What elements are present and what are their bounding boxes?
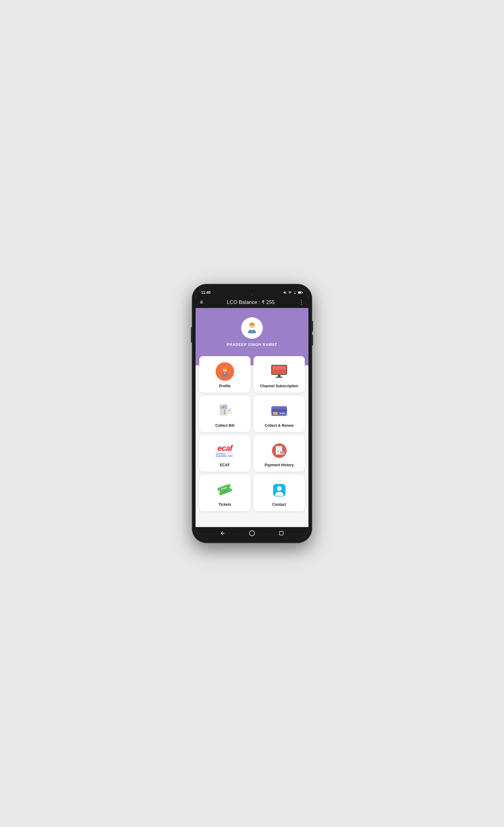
cards-container: Profile [199,356,305,511]
svg-rect-8 [278,375,281,377]
volume-down-button[interactable] [312,335,313,346]
user-name-label: PRADEEP SINGH RAWAT [227,343,277,347]
clock: 11:40 [201,290,211,295]
svg-point-32 [284,413,285,414]
phone-screen: 11:40 [196,288,308,539]
ecaf-logo: ecaf Customer Acquisition form [216,444,234,457]
app-toolbar: ≡ LCO Balance : ₹ 255 ⋮ [196,296,308,308]
profile-card[interactable]: Profile [199,356,250,392]
collect-renew-card[interactable]: Collect & Renew [254,396,305,432]
more-options-icon[interactable]: ⋮ [299,299,304,305]
front-camera [251,293,253,296]
signal-icon [293,291,297,294]
collect-bill-card[interactable]: $ Collect Bill [199,396,250,432]
user-avatar [241,317,263,339]
ecaf-label: ECAF [220,463,230,467]
contact-icon-area [270,481,288,499]
profile-person-svg [219,366,231,378]
svg-rect-1 [302,292,303,293]
menu-grid: Profile [196,356,308,511]
profile-icon [216,362,234,381]
ticket-icon: Ticket [216,482,234,498]
svg-rect-7 [273,366,286,369]
tv-icon [270,364,288,379]
payment-history-card[interactable]: $ Payment History [254,435,305,472]
svg-point-30 [280,413,281,414]
profile-label: Profile [219,384,231,388]
credit-card-icon [270,403,288,419]
main-content: PRADEEP SINGH RAWAT [196,308,308,527]
channel-subscription-card[interactable]: Channel Subscription [254,356,305,392]
svg-rect-41 [280,453,281,454]
collect-bill-label: Collect Bill [215,423,235,428]
svg-rect-20 [222,413,223,414]
home-circle-icon [249,530,255,536]
svg-point-53 [277,486,282,491]
svg-rect-16 [220,411,221,412]
hamburger-menu-icon[interactable]: ≡ [200,299,203,305]
profile-icon-area [216,362,234,381]
ecaf-card[interactable]: ecaf Customer Acquisition form ECAF [199,435,250,472]
collect-bill-icon-area: $ [216,402,234,420]
svg-text:$: $ [278,450,279,453]
svg-rect-13 [220,409,221,411]
svg-rect-55 [280,531,283,535]
volume-up-button[interactable] [312,321,313,332]
svg-rect-42 [281,453,282,454]
svg-rect-18 [224,411,225,412]
contact-label: Contact [272,502,286,507]
contact-icon [271,482,288,499]
bottom-nav-bar [196,527,308,539]
channel-subscription-icon-area [270,362,288,381]
svg-rect-15 [224,409,225,411]
recent-apps-icon [279,531,284,536]
svg-point-31 [282,413,283,414]
bottom-spacer [196,511,308,517]
battery-icon [298,291,303,294]
recent-apps-button[interactable] [278,530,285,536]
svg-rect-19 [220,413,221,414]
ecaf-subtitle: Customer Acquisition form [216,453,234,457]
svg-point-54 [250,531,255,536]
tickets-card[interactable]: Ticket Tickets [199,475,250,511]
avatar-image [244,320,260,336]
collect-renew-icon-area [270,402,288,420]
status-icons [283,291,303,294]
tickets-icon-area: Ticket [216,481,234,499]
svg-rect-26 [271,409,287,412]
payment-history-icon-area: $ [270,441,288,460]
svg-rect-14 [222,409,223,411]
collect-renew-label: Collect & Renew [265,423,294,428]
ecaf-text: ecaf [217,444,232,453]
wifi-icon [288,291,292,294]
svg-rect-21 [224,413,225,414]
back-button[interactable] [219,530,226,536]
svg-rect-23 [228,409,231,411]
back-arrow-icon [220,530,225,536]
svg-text:$: $ [223,405,224,408]
channel-subscription-label: Channel Subscription [260,384,298,388]
power-button[interactable] [191,327,192,343]
phone-frame: 11:40 [192,284,312,543]
svg-rect-2 [298,292,301,293]
mute-icon [283,291,287,294]
payment-history-label: Payment History [265,463,294,467]
payment-history-icon: $ [271,442,288,459]
home-button[interactable] [249,530,255,536]
svg-rect-9 [276,377,283,378]
svg-rect-17 [222,411,223,412]
svg-rect-40 [280,451,284,453]
contact-card[interactable]: Contact [254,475,305,511]
svg-rect-43 [283,453,284,454]
tickets-label: Tickets [218,502,231,507]
ecaf-icon-area: ecaf Customer Acquisition form [216,441,234,460]
page-title: LCO Balance : ₹ 255 [227,299,275,305]
pos-machine-icon: $ [216,403,234,420]
